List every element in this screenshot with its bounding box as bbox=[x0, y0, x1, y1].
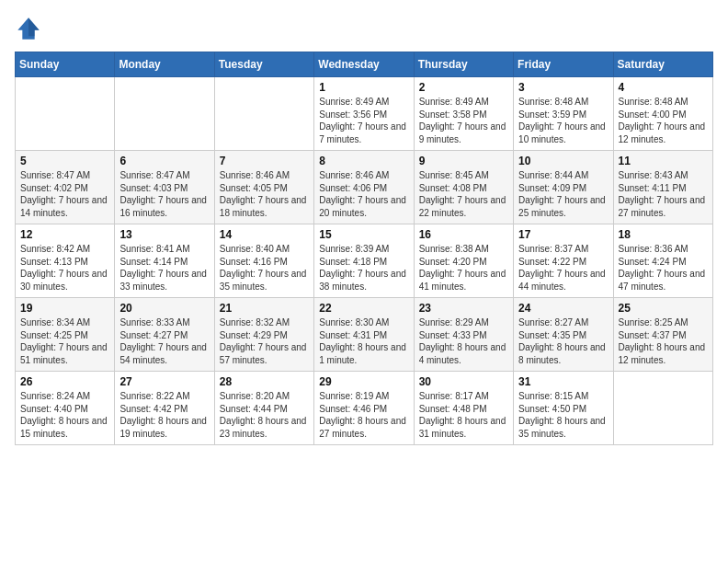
day-info: Sunrise: 8:19 AMSunset: 4:46 PMDaylight:… bbox=[319, 390, 408, 440]
day-number: 27 bbox=[119, 375, 209, 388]
day-number: 22 bbox=[319, 302, 408, 315]
weekday-header-wednesday: Wednesday bbox=[314, 52, 414, 77]
day-number: 8 bbox=[319, 155, 408, 167]
calendar-cell: 21Sunrise: 8:32 AMSunset: 4:29 PMDayligh… bbox=[214, 298, 313, 372]
calendar-cell: 6Sunrise: 8:47 AMSunset: 4:03 PMDaylight… bbox=[115, 151, 214, 224]
calendar-cell: 12Sunrise: 8:42 AMSunset: 4:13 PMDayligh… bbox=[16, 224, 115, 298]
day-number: 1 bbox=[319, 81, 408, 94]
day-number: 5 bbox=[20, 155, 109, 167]
calendar-cell: 5Sunrise: 8:47 AMSunset: 4:02 PMDaylight… bbox=[16, 151, 115, 224]
day-info: Sunrise: 8:29 AMSunset: 4:33 PMDaylight:… bbox=[419, 316, 508, 366]
day-info: Sunrise: 8:36 AMSunset: 4:24 PMDaylight:… bbox=[619, 243, 708, 293]
calendar-cell: 31Sunrise: 8:15 AMSunset: 4:50 PMDayligh… bbox=[514, 372, 613, 445]
day-number: 10 bbox=[518, 155, 608, 167]
calendar-week-4: 19Sunrise: 8:34 AMSunset: 4:25 PMDayligh… bbox=[16, 298, 713, 372]
day-number: 21 bbox=[220, 302, 309, 315]
day-info: Sunrise: 8:33 AMSunset: 4:27 PMDaylight:… bbox=[119, 316, 209, 366]
calendar-cell: 24Sunrise: 8:27 AMSunset: 4:35 PMDayligh… bbox=[514, 298, 613, 372]
calendar-cell: 8Sunrise: 8:46 AMSunset: 4:06 PMDaylight… bbox=[314, 151, 414, 224]
day-number: 24 bbox=[518, 302, 608, 315]
day-number: 17 bbox=[518, 228, 608, 241]
calendar-cell: 10Sunrise: 8:44 AMSunset: 4:09 PMDayligh… bbox=[514, 151, 613, 224]
day-info: Sunrise: 8:17 AMSunset: 4:48 PMDaylight:… bbox=[419, 390, 508, 440]
day-info: Sunrise: 8:47 AMSunset: 4:02 PMDaylight:… bbox=[20, 169, 109, 219]
day-info: Sunrise: 8:30 AMSunset: 4:31 PMDaylight:… bbox=[319, 316, 408, 366]
calendar-cell: 11Sunrise: 8:43 AMSunset: 4:11 PMDayligh… bbox=[613, 151, 712, 224]
weekday-header-row: SundayMondayTuesdayWednesdayThursdayFrid… bbox=[16, 52, 713, 77]
day-number: 30 bbox=[419, 375, 508, 388]
day-info: Sunrise: 8:15 AMSunset: 4:50 PMDaylight:… bbox=[518, 390, 608, 440]
weekday-header-sunday: Sunday bbox=[16, 52, 115, 77]
calendar-cell: 9Sunrise: 8:45 AMSunset: 4:08 PMDaylight… bbox=[414, 151, 513, 224]
calendar-cell: 2Sunrise: 8:49 AMSunset: 3:58 PMDaylight… bbox=[414, 77, 513, 151]
day-info: Sunrise: 8:37 AMSunset: 4:22 PMDaylight:… bbox=[518, 243, 608, 293]
day-number: 26 bbox=[20, 375, 109, 388]
day-number: 11 bbox=[619, 155, 708, 167]
calendar-body: 1Sunrise: 8:49 AMSunset: 3:56 PMDaylight… bbox=[16, 77, 713, 445]
day-number: 23 bbox=[419, 302, 508, 315]
day-info: Sunrise: 8:39 AMSunset: 4:18 PMDaylight:… bbox=[319, 243, 408, 293]
day-number: 20 bbox=[119, 302, 209, 315]
logo-icon bbox=[15, 15, 42, 42]
day-number: 14 bbox=[220, 228, 309, 241]
logo bbox=[15, 15, 46, 42]
day-info: Sunrise: 8:24 AMSunset: 4:40 PMDaylight:… bbox=[20, 390, 109, 440]
calendar-cell: 4Sunrise: 8:48 AMSunset: 4:00 PMDaylight… bbox=[613, 77, 712, 151]
day-number: 15 bbox=[319, 228, 408, 241]
calendar-cell: 18Sunrise: 8:36 AMSunset: 4:24 PMDayligh… bbox=[613, 224, 712, 298]
day-info: Sunrise: 8:40 AMSunset: 4:16 PMDaylight:… bbox=[220, 243, 309, 293]
calendar-cell: 29Sunrise: 8:19 AMSunset: 4:46 PMDayligh… bbox=[314, 372, 414, 445]
day-number: 25 bbox=[619, 302, 708, 315]
weekday-header-friday: Friday bbox=[514, 52, 613, 77]
calendar-cell: 13Sunrise: 8:41 AMSunset: 4:14 PMDayligh… bbox=[115, 224, 214, 298]
day-info: Sunrise: 8:46 AMSunset: 4:06 PMDaylight:… bbox=[319, 169, 408, 219]
day-info: Sunrise: 8:48 AMSunset: 3:59 PMDaylight:… bbox=[518, 96, 608, 145]
calendar-cell: 20Sunrise: 8:33 AMSunset: 4:27 PMDayligh… bbox=[115, 298, 214, 372]
day-info: Sunrise: 8:27 AMSunset: 4:35 PMDaylight:… bbox=[518, 316, 608, 366]
calendar-cell: 27Sunrise: 8:22 AMSunset: 4:42 PMDayligh… bbox=[115, 372, 214, 445]
day-number: 31 bbox=[518, 375, 608, 388]
day-number: 2 bbox=[419, 81, 508, 94]
day-number: 19 bbox=[20, 302, 109, 315]
weekday-header-tuesday: Tuesday bbox=[214, 52, 313, 77]
day-number: 3 bbox=[518, 81, 608, 94]
day-info: Sunrise: 8:25 AMSunset: 4:37 PMDaylight:… bbox=[619, 316, 708, 366]
calendar-cell bbox=[613, 372, 712, 445]
day-info: Sunrise: 8:46 AMSunset: 4:05 PMDaylight:… bbox=[220, 169, 309, 219]
calendar-cell: 26Sunrise: 8:24 AMSunset: 4:40 PMDayligh… bbox=[16, 372, 115, 445]
calendar-cell: 17Sunrise: 8:37 AMSunset: 4:22 PMDayligh… bbox=[514, 224, 613, 298]
day-number: 7 bbox=[220, 155, 309, 167]
calendar-cell: 22Sunrise: 8:30 AMSunset: 4:31 PMDayligh… bbox=[314, 298, 414, 372]
calendar-week-5: 26Sunrise: 8:24 AMSunset: 4:40 PMDayligh… bbox=[16, 372, 713, 445]
day-info: Sunrise: 8:41 AMSunset: 4:14 PMDaylight:… bbox=[119, 243, 209, 293]
day-number: 29 bbox=[319, 375, 408, 388]
day-info: Sunrise: 8:38 AMSunset: 4:20 PMDaylight:… bbox=[419, 243, 508, 293]
calendar-cell: 19Sunrise: 8:34 AMSunset: 4:25 PMDayligh… bbox=[16, 298, 115, 372]
calendar-header: SundayMondayTuesdayWednesdayThursdayFrid… bbox=[16, 52, 713, 77]
day-info: Sunrise: 8:22 AMSunset: 4:42 PMDaylight:… bbox=[119, 390, 209, 440]
weekday-header-saturday: Saturday bbox=[613, 52, 712, 77]
calendar-week-2: 5Sunrise: 8:47 AMSunset: 4:02 PMDaylight… bbox=[16, 151, 713, 224]
calendar-cell: 7Sunrise: 8:46 AMSunset: 4:05 PMDaylight… bbox=[214, 151, 313, 224]
calendar-cell: 1Sunrise: 8:49 AMSunset: 3:56 PMDaylight… bbox=[314, 77, 414, 151]
day-number: 13 bbox=[119, 228, 209, 241]
day-number: 4 bbox=[619, 81, 708, 94]
day-number: 9 bbox=[419, 155, 508, 167]
day-info: Sunrise: 8:20 AMSunset: 4:44 PMDaylight:… bbox=[220, 390, 309, 440]
day-number: 18 bbox=[619, 228, 708, 241]
day-info: Sunrise: 8:45 AMSunset: 4:08 PMDaylight:… bbox=[419, 169, 508, 219]
day-number: 6 bbox=[119, 155, 209, 167]
day-info: Sunrise: 8:49 AMSunset: 3:56 PMDaylight:… bbox=[319, 96, 408, 145]
calendar-cell: 23Sunrise: 8:29 AMSunset: 4:33 PMDayligh… bbox=[414, 298, 513, 372]
calendar-cell bbox=[115, 77, 214, 151]
calendar-week-3: 12Sunrise: 8:42 AMSunset: 4:13 PMDayligh… bbox=[16, 224, 713, 298]
weekday-header-thursday: Thursday bbox=[414, 52, 513, 77]
day-info: Sunrise: 8:47 AMSunset: 4:03 PMDaylight:… bbox=[119, 169, 209, 219]
calendar-cell: 14Sunrise: 8:40 AMSunset: 4:16 PMDayligh… bbox=[214, 224, 313, 298]
calendar-cell bbox=[16, 77, 115, 151]
calendar-cell: 30Sunrise: 8:17 AMSunset: 4:48 PMDayligh… bbox=[414, 372, 513, 445]
weekday-header-monday: Monday bbox=[115, 52, 214, 77]
day-number: 12 bbox=[20, 228, 109, 241]
calendar-cell: 25Sunrise: 8:25 AMSunset: 4:37 PMDayligh… bbox=[613, 298, 712, 372]
day-info: Sunrise: 8:48 AMSunset: 4:00 PMDaylight:… bbox=[619, 96, 708, 145]
